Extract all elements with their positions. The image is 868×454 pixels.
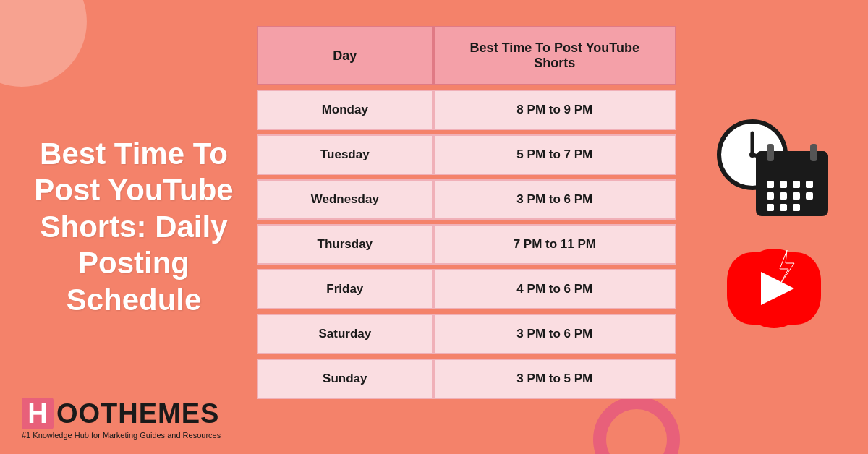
table-row: Tuesday5 PM to 7 PM — [257, 134, 676, 175]
svg-rect-6 — [756, 162, 828, 173]
table-row: Thursday7 PM to 11 PM — [257, 224, 676, 265]
table-cell-time: 3 PM to 5 PM — [433, 359, 676, 399]
table-cell-time: 4 PM to 6 PM — [433, 269, 676, 309]
svg-rect-9 — [767, 181, 774, 188]
table-row: Saturday3 PM to 6 PM — [257, 314, 676, 354]
table-cell-time: 8 PM to 9 PM — [433, 90, 676, 130]
svg-rect-10 — [780, 181, 787, 188]
table-cell-day: Friday — [257, 269, 433, 309]
table-cell-day: Wednesday — [257, 179, 433, 220]
header-col-day: Day — [257, 26, 433, 85]
yt-shorts-svg-2 — [723, 241, 825, 335]
table-cell-time: 3 PM to 6 PM — [433, 314, 676, 354]
table-cell-time: 3 PM to 6 PM — [433, 179, 676, 220]
logo-h-letter: H — [22, 398, 54, 429]
logo-area: H OOTHEMES #1 Knowledge Hub for Marketin… — [22, 398, 221, 440]
svg-rect-11 — [793, 181, 800, 188]
svg-rect-12 — [806, 181, 813, 188]
table-header-row: Day Best Time To Post YouTube Shorts — [257, 26, 676, 85]
svg-rect-17 — [767, 204, 774, 211]
svg-rect-8 — [810, 144, 817, 161]
clock-calendar-icon — [716, 119, 832, 220]
youtube-shorts-icon — [723, 241, 825, 335]
logo-tagline: #1 Knowledge Hub for Marketing Guides an… — [22, 431, 221, 440]
table-row: Monday8 PM to 9 PM — [257, 90, 676, 130]
table-cell-day: Tuesday — [257, 134, 433, 175]
left-section: Best Time To Post YouTube Shorts: Daily … — [22, 0, 246, 454]
svg-rect-16 — [806, 192, 813, 200]
main-title: Best Time To Post YouTube Shorts: Daily … — [22, 136, 246, 318]
svg-rect-19 — [793, 204, 800, 211]
table-cell-day: Thursday — [257, 224, 433, 265]
table-cell-day: Saturday — [257, 314, 433, 354]
decorative-circle-bottom-right — [593, 396, 680, 454]
right-section — [694, 0, 854, 454]
svg-rect-13 — [767, 192, 774, 200]
logo-brand-name: OOTHEMES — [56, 398, 219, 429]
table-row: Sunday3 PM to 5 PM — [257, 359, 676, 399]
header-col-time: Best Time To Post YouTube Shorts — [433, 26, 676, 85]
table-cell-time: 7 PM to 11 PM — [433, 224, 676, 265]
table-cell-day: Sunday — [257, 359, 433, 399]
table-cell-time: 5 PM to 7 PM — [433, 134, 676, 175]
svg-rect-14 — [780, 192, 787, 200]
svg-rect-15 — [793, 192, 800, 200]
logo-row: H OOTHEMES — [22, 398, 219, 429]
svg-rect-7 — [767, 144, 774, 161]
table-row: Wednesday3 PM to 6 PM — [257, 179, 676, 220]
svg-rect-18 — [780, 204, 787, 211]
table-section: Day Best Time To Post YouTube Shorts Mon… — [257, 22, 676, 403]
calendar-icon — [752, 140, 832, 220]
schedule-table: Day Best Time To Post YouTube Shorts Mon… — [257, 22, 676, 403]
table-cell-day: Monday — [257, 90, 433, 130]
table-row: Friday4 PM to 6 PM — [257, 269, 676, 309]
